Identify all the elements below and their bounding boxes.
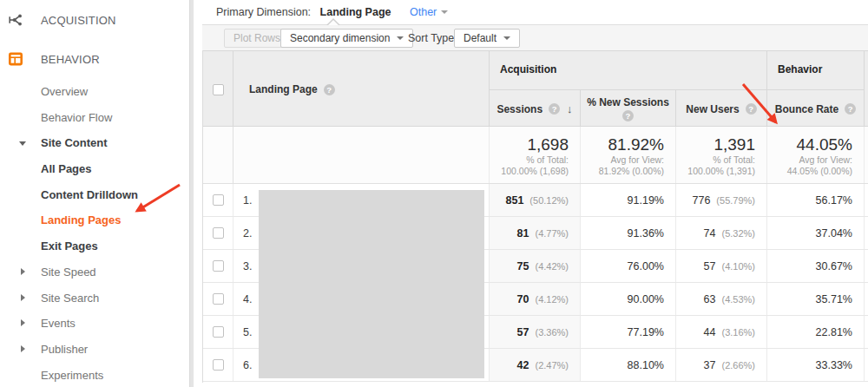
sidebar-item-site-content[interactable]: Site Content bbox=[0, 134, 189, 153]
sidebar-item-events[interactable]: Events bbox=[0, 314, 189, 333]
sidebar-item-all-pages[interactable]: All Pages bbox=[0, 160, 189, 179]
cell-new-users: 44(3.16%) bbox=[676, 316, 767, 348]
sidebar-item-overview[interactable]: Overview bbox=[0, 82, 189, 102]
cell-sessions: 75(4.42%) bbox=[490, 250, 581, 282]
column-header-new-sessions[interactable]: % New Sessions ? bbox=[581, 89, 676, 128]
cell-new-users: 57(4.10%) bbox=[676, 250, 767, 282]
sidebar: ACQUISITION BEHAVIOR Overview Behavior F… bbox=[0, 0, 189, 387]
row-checkbox[interactable] bbox=[213, 359, 224, 371]
dimension-other-link[interactable]: Other bbox=[410, 6, 437, 18]
chevron-right-icon bbox=[21, 268, 25, 275]
chevron-down-icon bbox=[19, 141, 26, 146]
secondary-dimension-dropdown[interactable]: Secondary dimension bbox=[280, 29, 413, 48]
primary-dimension-bar: Primary Dimension: Landing Page Other bbox=[194, 0, 868, 24]
help-icon[interactable]: ? bbox=[324, 84, 335, 95]
cell-new-users: 776(55.79%) bbox=[676, 184, 767, 216]
group-header-acquisition: Acquisition bbox=[490, 51, 767, 89]
row-index: 1. bbox=[243, 194, 252, 207]
sort-type-label: Sort Type: bbox=[408, 32, 457, 44]
table-header: Landing Page ? Acquisition Behavior Sess… bbox=[203, 50, 868, 127]
chevron-down-icon bbox=[441, 10, 448, 14]
help-icon[interactable]: ? bbox=[845, 103, 856, 115]
sidebar-item-publisher[interactable]: Publisher bbox=[0, 340, 189, 359]
column-header-bounce-rate[interactable]: Bounce Rate ? bbox=[767, 89, 865, 128]
row-index: 4. bbox=[243, 293, 252, 305]
row-index: 3. bbox=[243, 260, 252, 272]
dimension-tab-landing-page[interactable]: Landing Page bbox=[320, 6, 391, 18]
sidebar-item-behavior[interactable]: BEHAVIOR bbox=[0, 50, 189, 69]
sort-type-dropdown[interactable]: Default bbox=[454, 29, 520, 48]
chevron-right-icon bbox=[21, 294, 25, 301]
sidebar-item-acquisition[interactable]: ACQUISITION bbox=[0, 11, 189, 30]
row-index: 5. bbox=[243, 326, 252, 338]
row-checkbox[interactable] bbox=[213, 194, 224, 206]
cell-new-sessions: 91.19% bbox=[581, 184, 676, 216]
cell-new-users: 37(2.66%) bbox=[676, 349, 767, 381]
sidebar-item-content-drilldown[interactable]: Content Drilldown bbox=[0, 186, 189, 205]
chevron-right-icon bbox=[21, 345, 25, 352]
column-header-sessions[interactable]: Sessions ? ↓ bbox=[490, 89, 581, 128]
row-checkbox[interactable] bbox=[213, 293, 224, 305]
chevron-down-icon bbox=[397, 36, 404, 40]
summary-row: 1,698 % of Total: 100.00% (1,698) 81.92%… bbox=[203, 127, 868, 184]
table-toolbar: Plot Rows Secondary dimension Sort Type:… bbox=[202, 24, 868, 50]
column-header-new-users[interactable]: New Users ? bbox=[676, 89, 767, 128]
cell-sessions: 42(2.47%) bbox=[490, 349, 581, 381]
help-icon[interactable]: ? bbox=[622, 110, 634, 121]
cell-bounce-rate: 37.04% bbox=[767, 217, 865, 249]
header-checkbox-cell bbox=[203, 51, 233, 128]
acquisition-icon bbox=[8, 12, 23, 28]
cell-bounce-rate: 30.67% bbox=[767, 250, 865, 282]
sidebar-item-landing-pages[interactable]: Landing Pages bbox=[0, 211, 189, 230]
sidebar-item-experiments[interactable]: Experiments bbox=[0, 366, 189, 385]
cell-new-sessions: 77.19% bbox=[581, 316, 676, 348]
sort-desc-icon: ↓ bbox=[567, 102, 573, 115]
chevron-down-icon bbox=[503, 36, 510, 40]
redacted-landing-pages bbox=[259, 190, 484, 378]
row-index: 6. bbox=[243, 359, 252, 371]
cell-bounce-rate: 33.33% bbox=[767, 349, 865, 381]
cell-sessions: 851(50.12%) bbox=[490, 184, 581, 216]
row-index: 2. bbox=[243, 227, 252, 239]
help-icon[interactable]: ? bbox=[549, 103, 560, 115]
chevron-right-icon bbox=[21, 319, 25, 326]
sidebar-item-behavior-flow[interactable]: Behavior Flow bbox=[0, 108, 189, 128]
help-icon[interactable]: ? bbox=[746, 103, 757, 115]
summary-new-users: 1,391 % of Total: 100.00% (1,391) bbox=[676, 127, 767, 183]
column-header-landing-page[interactable]: Landing Page ? bbox=[233, 51, 490, 128]
cell-bounce-rate: 22.81% bbox=[767, 316, 865, 348]
summary-sessions: 1,698 % of Total: 100.00% (1,698) bbox=[490, 127, 581, 183]
cell-new-sessions: 88.10% bbox=[581, 349, 676, 381]
cell-new-sessions: 90.00% bbox=[581, 283, 676, 315]
cell-sessions: 70(4.12%) bbox=[490, 283, 581, 315]
select-all-checkbox[interactable] bbox=[213, 84, 224, 95]
summary-new-sessions: 81.92% Avg for View: 81.92% (0.00%) bbox=[581, 127, 676, 183]
row-checkbox[interactable] bbox=[213, 326, 224, 338]
cell-new-users: 63(4.53%) bbox=[676, 283, 767, 315]
sidebar-item-site-speed[interactable]: Site Speed bbox=[0, 263, 189, 282]
cell-sessions: 57(3.36%) bbox=[490, 316, 581, 348]
cell-new-users: 74(5.32%) bbox=[676, 217, 767, 249]
sidebar-item-site-search[interactable]: Site Search bbox=[0, 289, 189, 308]
row-checkbox[interactable] bbox=[213, 260, 224, 272]
cell-bounce-rate: 56.17% bbox=[767, 184, 865, 216]
group-header-behavior: Behavior bbox=[767, 51, 865, 89]
cell-new-sessions: 91.36% bbox=[581, 217, 676, 249]
row-checkbox[interactable] bbox=[213, 227, 224, 239]
cut-column-stub bbox=[865, 51, 868, 128]
cell-bounce-rate: 35.71% bbox=[767, 283, 865, 315]
sidebar-item-exit-pages[interactable]: Exit Pages bbox=[0, 237, 189, 256]
ga-landing-pages-screen: ACQUISITION BEHAVIOR Overview Behavior F… bbox=[0, 0, 868, 387]
cell-new-sessions: 76.00% bbox=[581, 250, 676, 282]
summary-bounce-rate: 44.05% Avg for View: 44.05% (0.00%) bbox=[767, 127, 865, 183]
behavior-icon bbox=[8, 51, 23, 67]
cell-sessions: 81(4.77%) bbox=[490, 217, 581, 249]
primary-dimension-label: Primary Dimension: bbox=[216, 6, 311, 18]
